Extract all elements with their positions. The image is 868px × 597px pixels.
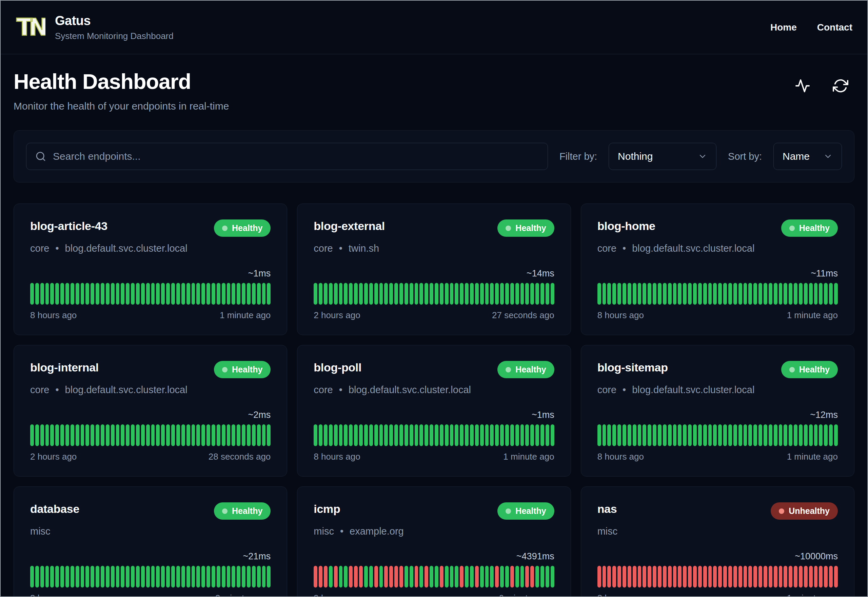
status-bar[interactable] xyxy=(35,424,39,446)
status-bar[interactable] xyxy=(758,283,762,304)
status-bar[interactable] xyxy=(663,566,667,588)
status-bar[interactable] xyxy=(415,424,418,446)
status-bar[interactable] xyxy=(96,424,99,446)
status-bar[interactable] xyxy=(86,566,89,588)
status-bar[interactable] xyxy=(76,424,79,446)
status-bar[interactable] xyxy=(30,424,34,446)
status-bar[interactable] xyxy=(76,283,79,304)
status-bar[interactable] xyxy=(415,283,418,304)
status-bar[interactable] xyxy=(81,566,84,588)
status-bar[interactable] xyxy=(131,283,135,304)
status-bar[interactable] xyxy=(607,283,611,304)
status-bar[interactable] xyxy=(460,424,464,446)
status-bar[interactable] xyxy=(394,424,398,446)
endpoint-card[interactable]: blog-internal Healthy core • blog.defaul… xyxy=(13,345,287,477)
status-bar[interactable] xyxy=(151,283,155,304)
status-bar[interactable] xyxy=(683,283,687,304)
status-bar[interactable] xyxy=(232,566,235,588)
status-bar[interactable] xyxy=(440,566,443,588)
status-bar[interactable] xyxy=(515,424,519,446)
status-bar[interactable] xyxy=(789,566,792,588)
status-bar[interactable] xyxy=(618,424,621,446)
status-bar[interactable] xyxy=(237,424,240,446)
status-bar[interactable] xyxy=(399,566,403,588)
status-bar[interactable] xyxy=(789,283,792,304)
status-bar[interactable] xyxy=(329,424,333,446)
status-bar[interactable] xyxy=(354,566,358,588)
status-bar[interactable] xyxy=(713,424,717,446)
status-bar[interactable] xyxy=(545,283,549,304)
status-bar[interactable] xyxy=(40,566,44,588)
status-bar[interactable] xyxy=(739,283,742,304)
status-bar[interactable] xyxy=(638,424,641,446)
status-bar[interactable] xyxy=(764,283,767,304)
status-bar[interactable] xyxy=(678,566,681,588)
status-bar[interactable] xyxy=(784,424,787,446)
status-bar[interactable] xyxy=(136,283,140,304)
status-bar[interactable] xyxy=(339,424,343,446)
status-bar[interactable] xyxy=(485,283,489,304)
status-bar[interactable] xyxy=(607,566,611,588)
status-bar[interactable] xyxy=(525,566,529,588)
status-bar[interactable] xyxy=(399,424,403,446)
status-bar[interactable] xyxy=(445,424,449,446)
status-bar[interactable] xyxy=(728,283,732,304)
status-bar[interactable] xyxy=(354,283,358,304)
status-bar[interactable] xyxy=(733,424,737,446)
status-bar[interactable] xyxy=(389,283,393,304)
status-bar[interactable] xyxy=(535,283,539,304)
status-bar[interactable] xyxy=(267,283,271,304)
status-bar[interactable] xyxy=(663,424,667,446)
status-bar[interactable] xyxy=(774,283,778,304)
status-bar[interactable] xyxy=(232,283,235,304)
status-bar[interactable] xyxy=(535,566,539,588)
status-bar[interactable] xyxy=(364,283,368,304)
status-bar[interactable] xyxy=(658,283,662,304)
status-bar[interactable] xyxy=(465,566,469,588)
status-bar[interactable] xyxy=(495,566,499,588)
status-bar[interactable] xyxy=(668,566,672,588)
status-bar[interactable] xyxy=(171,283,175,304)
status-bar[interactable] xyxy=(394,283,398,304)
status-bar[interactable] xyxy=(404,283,408,304)
status-bar[interactable] xyxy=(450,283,454,304)
status-bar[interactable] xyxy=(90,566,94,588)
status-bar[interactable] xyxy=(618,283,621,304)
status-bar[interactable] xyxy=(257,566,261,588)
status-bar[interactable] xyxy=(116,566,120,588)
status-bar[interactable] xyxy=(227,566,231,588)
status-bar[interactable] xyxy=(612,283,616,304)
status-bar[interactable] xyxy=(638,566,641,588)
status-bar[interactable] xyxy=(693,424,697,446)
status-bar[interactable] xyxy=(748,566,752,588)
status-bar[interactable] xyxy=(779,424,782,446)
status-bar[interactable] xyxy=(55,566,59,588)
status-bar[interactable] xyxy=(551,566,554,588)
status-bar[interactable] xyxy=(728,566,732,588)
status-bar[interactable] xyxy=(490,424,494,446)
status-bar[interactable] xyxy=(141,566,145,588)
status-bar[interactable] xyxy=(723,566,727,588)
status-bar[interactable] xyxy=(187,424,190,446)
status-bar[interactable] xyxy=(247,566,250,588)
status-bar[interactable] xyxy=(171,566,175,588)
status-bar[interactable] xyxy=(673,566,677,588)
status-bar[interactable] xyxy=(126,424,129,446)
status-bar[interactable] xyxy=(141,283,145,304)
status-bar[interactable] xyxy=(344,283,348,304)
status-bar[interactable] xyxy=(191,283,195,304)
status-bar[interactable] xyxy=(146,283,150,304)
status-bar[interactable] xyxy=(470,283,474,304)
status-bar[interactable] xyxy=(475,566,479,588)
refresh-icon[interactable] xyxy=(833,78,848,94)
status-bar[interactable] xyxy=(769,424,772,446)
status-bar[interactable] xyxy=(227,424,231,446)
status-bar[interactable] xyxy=(668,424,672,446)
status-bar[interactable] xyxy=(814,424,818,446)
status-bar[interactable] xyxy=(490,283,494,304)
status-bar[interactable] xyxy=(647,424,651,446)
status-bar[interactable] xyxy=(643,283,646,304)
status-bar[interactable] xyxy=(384,424,388,446)
status-bar[interactable] xyxy=(723,283,727,304)
status-bar[interactable] xyxy=(647,566,651,588)
